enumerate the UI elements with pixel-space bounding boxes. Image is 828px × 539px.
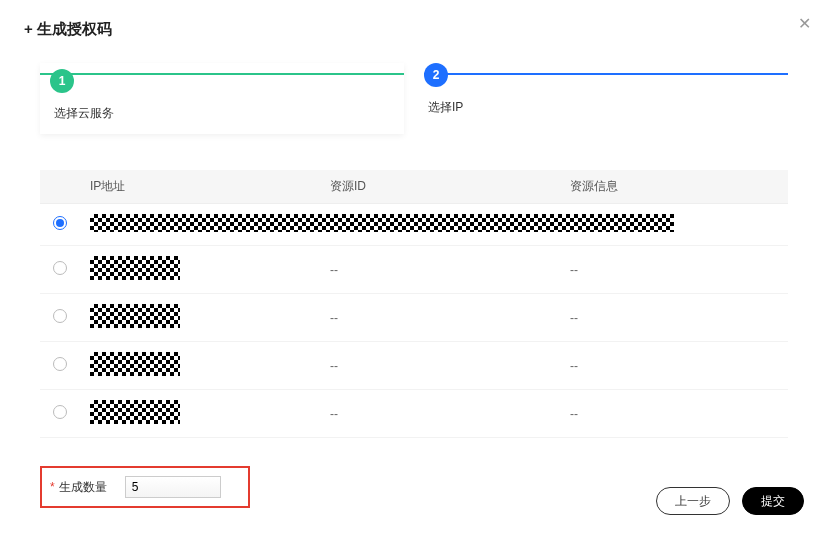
row-radio[interactable]	[53, 216, 67, 230]
quantity-input[interactable]	[125, 476, 221, 498]
col-header-resource-id: 资源ID	[320, 170, 560, 204]
submit-button[interactable]: 提交	[742, 487, 804, 515]
prev-button[interactable]: 上一步	[656, 487, 730, 515]
cell-resource-info: --	[560, 294, 788, 342]
close-icon[interactable]: ✕	[796, 16, 812, 32]
cell-resource-id: --	[320, 390, 560, 438]
step-2[interactable]: 2 选择IP	[424, 59, 788, 146]
redacted-block	[90, 352, 180, 376]
cell-resource-id: --	[320, 246, 560, 294]
row-radio[interactable]	[53, 357, 67, 371]
step-1-label: 选择云服务	[50, 105, 394, 122]
modal-header: + 生成授权码	[0, 0, 828, 51]
redacted-block	[90, 214, 674, 232]
step-indicator: 1 选择云服务 2 选择IP	[0, 51, 828, 146]
table-row[interactable]	[40, 204, 788, 246]
quantity-row: * 生成数量	[40, 466, 250, 508]
cell-resource-id: --	[320, 342, 560, 390]
cell-resource-info: --	[560, 342, 788, 390]
step-2-label: 选择IP	[424, 99, 788, 116]
col-header-ip: IP地址	[80, 170, 320, 204]
col-header-resource-info: 资源信息	[560, 170, 788, 204]
cell-resource-info: --	[560, 246, 788, 294]
ip-table: IP地址 资源ID 资源信息 -- -- -- --	[40, 170, 788, 438]
cell-resource-info: --	[560, 390, 788, 438]
step-1[interactable]: 1 选择云服务	[40, 59, 404, 146]
step-1-bar	[40, 73, 404, 75]
step-2-badge: 2	[424, 63, 448, 87]
footer-actions: 上一步 提交	[656, 487, 804, 515]
table-row[interactable]: -- --	[40, 246, 788, 294]
step-1-badge: 1	[50, 69, 74, 93]
required-star-icon: *	[50, 480, 55, 494]
row-radio[interactable]	[53, 405, 67, 419]
modal-title: + 生成授权码	[24, 20, 804, 39]
table-row[interactable]: -- --	[40, 342, 788, 390]
table-row[interactable]: -- --	[40, 294, 788, 342]
cell-resource-id: --	[320, 294, 560, 342]
col-header-radio	[40, 170, 80, 204]
row-radio[interactable]	[53, 309, 67, 323]
quantity-label: 生成数量	[59, 479, 107, 496]
redacted-block	[90, 400, 180, 424]
table-row[interactable]: -- --	[40, 390, 788, 438]
redacted-block	[90, 304, 180, 328]
content-area: IP地址 资源ID 资源信息 -- -- -- --	[0, 146, 828, 508]
row-radio[interactable]	[53, 261, 67, 275]
step-2-bar	[424, 73, 788, 75]
redacted-block	[90, 256, 180, 280]
